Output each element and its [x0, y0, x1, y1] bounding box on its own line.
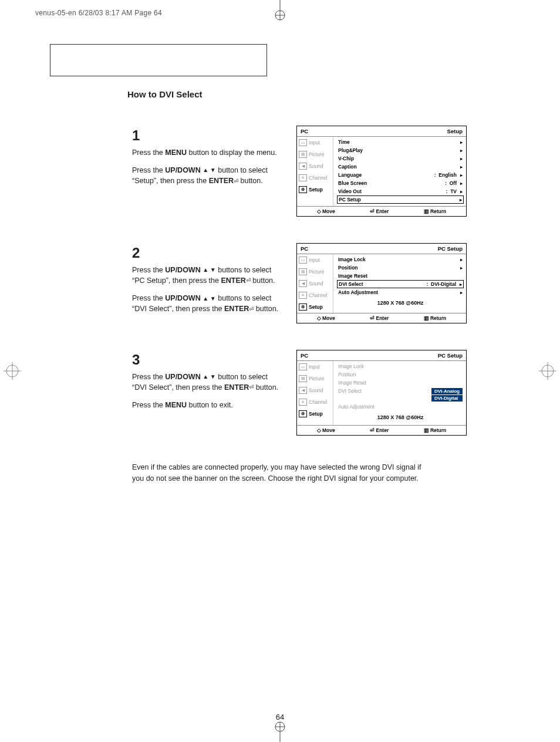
- osd-move: ◇ Move: [317, 315, 335, 321]
- osd-mode: PC: [301, 245, 308, 252]
- osd-row-label: Caption: [338, 164, 357, 170]
- osd-side-picture: ▤Picture: [297, 373, 333, 385]
- osd-row: DVI Select: DVI-Digital▸: [337, 280, 464, 288]
- osd-row-val: : TV▸: [446, 188, 463, 194]
- osd-row-label: DVI Select: [339, 281, 363, 287]
- osd-side-label: Setup: [309, 187, 323, 193]
- osd-side-icon: ▭: [299, 257, 307, 264]
- step: 2 Press the UP/DOWN ▲ ▼ buttons to selec…: [132, 243, 467, 323]
- osd-side-setup: ⚙Setup: [297, 184, 333, 195]
- osd-row: Language: English▸: [337, 171, 464, 179]
- osd-return: ▥ Return: [424, 427, 447, 433]
- arrow-right-icon: ▸: [460, 197, 462, 203]
- osd-side-picture: ▤Picture: [297, 149, 333, 160]
- osd-side-label: Setup: [309, 411, 323, 417]
- step-paragraph: Press the UP/DOWN ▲ ▼ button to select “…: [132, 165, 279, 186]
- osd-row-val: : English▸: [434, 172, 463, 178]
- steps-container: 1 Press the MENU button to display the m…: [132, 126, 467, 436]
- step-paragraph: Press the MENU button to display the men…: [132, 147, 279, 158]
- osd-row-label: Plug&Play: [338, 147, 363, 153]
- osd-title: PC Setup: [438, 352, 463, 359]
- osd-row-label: Auto Adjustment: [338, 404, 375, 410]
- osd-row-label: Time: [338, 139, 350, 145]
- osd-row-val: : DVI-Digital▸: [426, 281, 462, 287]
- arrow-right-icon: ▸: [460, 257, 463, 262]
- osd-header: PCPC Setup: [297, 350, 466, 361]
- osd-dviselect: PCPC Setup ▭Input▤Picture◀Sound✕Channel⚙…: [296, 350, 467, 436]
- osd-row-label: Video Out: [338, 188, 362, 194]
- osd-row: Video Out: TV▸: [337, 187, 464, 195]
- osd-resolution: 1280 X 768 @60Hz: [337, 411, 464, 423]
- osd-row: Image Lock▸: [337, 255, 464, 264]
- osd-side-icon: ✕: [299, 292, 307, 299]
- page-number: 64: [0, 713, 560, 721]
- osd-side-label: Sound: [309, 387, 323, 393]
- step: 3 Press the UP/DOWN ▲ ▼ button to select…: [132, 350, 467, 436]
- osd-row-label: PC Setup: [339, 197, 361, 203]
- osd-row: Time▸: [337, 138, 464, 146]
- osd-row: Auto Adjustment▸: [337, 288, 464, 296]
- osd-side-channel: ✕Channel: [297, 289, 333, 301]
- osd-title: PC Setup: [438, 245, 463, 252]
- osd-row: PC Setup▸: [337, 195, 464, 204]
- osd-move: ◇ Move: [317, 427, 335, 433]
- step-number: 3: [132, 350, 279, 370]
- osd-side-channel: ✕Channel: [297, 396, 333, 408]
- osd-move: ◇ Move: [317, 208, 335, 214]
- arrow-right-icon: ▸: [460, 148, 463, 153]
- osd-side-label: Picture: [309, 269, 324, 275]
- osd-side-label: Setup: [309, 304, 323, 310]
- osd-mode: PC: [301, 128, 308, 134]
- arrow-right-icon: ▸: [460, 156, 463, 161]
- osd-wrap: PCSetup ▭Input▤Picture◀Sound✕Channel⚙Set…: [296, 126, 467, 217]
- osd-setup: PCSetup ▭Input▤Picture◀Sound✕Channel⚙Set…: [296, 126, 467, 217]
- step-number: 2: [132, 243, 279, 264]
- arrow-right-icon: ▸: [460, 140, 463, 145]
- arrow-right-icon: ▸: [460, 181, 463, 186]
- osd-return: ▥ Return: [424, 208, 447, 214]
- svg-point-5: [275, 722, 285, 731]
- osd-side-sound: ◀Sound: [297, 278, 333, 289]
- osd-side-label: Sound: [309, 163, 323, 169]
- osd-side-icon: ⚙: [299, 410, 307, 417]
- osd-option: DVI-Analog: [431, 388, 463, 394]
- osd-footer: ◇ Move ⏎ Enter ▥ Return: [297, 425, 466, 435]
- osd-side-label: Channel: [309, 292, 328, 298]
- osd-header: PCPC Setup: [297, 244, 466, 254]
- osd-row-val: ▸: [460, 290, 463, 295]
- osd-side-label: Input: [309, 364, 320, 370]
- osd-row: V-Chip▸: [337, 154, 464, 163]
- osd-side-icon: ▭: [299, 363, 307, 370]
- osd-option: DVI-Digital: [431, 395, 463, 402]
- osd-row-val: : Off▸: [445, 180, 463, 186]
- osd-row: Blue Screen: Off▸: [337, 179, 464, 187]
- osd-row: Position▸: [337, 264, 464, 272]
- step-paragraph: Press the UP/DOWN ▲ ▼ button to select “…: [132, 372, 279, 393]
- svg-point-1: [275, 11, 285, 20]
- arrow-right-icon: ▸: [460, 164, 463, 170]
- osd-side-label: Picture: [309, 376, 324, 382]
- osd-row-val: ▸: [460, 140, 463, 145]
- osd-side-input: ▭Input: [297, 361, 333, 373]
- osd-side-icon: ✕: [299, 399, 307, 406]
- osd-row: Plug&Play▸: [337, 146, 464, 154]
- svg-point-11: [542, 365, 554, 377]
- osd-side-icon: ▤: [299, 151, 307, 158]
- osd-side-icon: ▤: [299, 375, 307, 382]
- osd-row-label: Image Lock: [338, 363, 364, 369]
- osd-row-label: Blue Screen: [338, 180, 367, 186]
- osd-row-val: ▸: [460, 148, 463, 153]
- osd-row: Image Reset: [337, 272, 464, 280]
- osd-row-label: Image Lock: [338, 257, 366, 262]
- osd-side-icon: ◀: [299, 387, 307, 394]
- osd-side-sound: ◀Sound: [297, 385, 333, 396]
- osd-mode: PC: [301, 352, 308, 359]
- osd-row-val: ▸: [460, 265, 463, 271]
- osd-side-icon: ⚙: [299, 186, 307, 193]
- osd-row-val: ▸: [460, 164, 463, 170]
- osd-row-label: Image Reset: [338, 380, 366, 386]
- osd-sidebar: ▭Input▤Picture◀Sound✕Channel⚙Setup: [297, 137, 333, 206]
- osd-pcsetup: PCPC Setup ▭Input▤Picture◀Sound✕Channel⚙…: [296, 243, 467, 323]
- osd-row-val: ▸: [460, 156, 463, 161]
- crop-mark-right: [539, 362, 556, 380]
